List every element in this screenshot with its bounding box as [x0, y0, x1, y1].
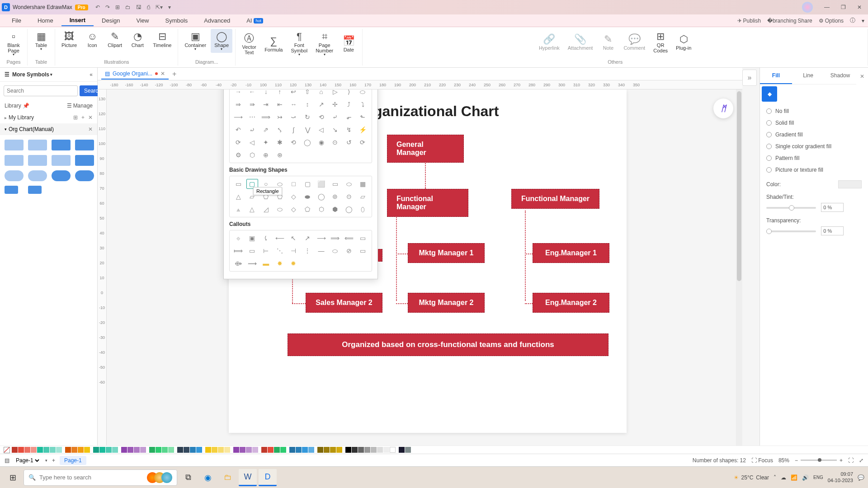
radio-single-gradient-fill[interactable]: Single color gradient fill — [766, 143, 862, 150]
color-swatch[interactable] — [177, 447, 183, 453]
shape-icon[interactable]: ▢ — [302, 179, 313, 189]
scrollbar-thumb[interactable] — [737, 91, 741, 281]
expand-right-panel-icon[interactable]: » — [742, 70, 757, 86]
menu-home[interactable]: Home — [29, 15, 61, 26]
qat-save-icon[interactable]: 🖫 — [136, 4, 142, 10]
zoom-slider[interactable] — [801, 460, 837, 461]
arrow-icon[interactable]: ↻ — [302, 112, 313, 122]
color-swatch[interactable] — [93, 447, 99, 453]
color-swatch[interactable] — [106, 447, 112, 453]
color-swatch[interactable] — [56, 447, 62, 453]
arrow-icon[interactable]: ⊙ — [329, 137, 341, 147]
callout-icon[interactable]: ⬭ — [329, 246, 341, 256]
arrow-icon[interactable]: ↶ — [232, 125, 244, 135]
arrow-icon[interactable]: ⤵ — [357, 99, 368, 109]
color-swatch[interactable] — [218, 447, 224, 453]
chart-button[interactable]: ◔Chart — [127, 29, 148, 50]
diamond-icon[interactable]: ◇ — [288, 192, 299, 202]
tray-notifications-icon[interactable]: 💬 — [858, 474, 864, 481]
shape-thumb[interactable] — [5, 170, 24, 181]
taskbar-clock[interactable]: 09:07 04-10-2023 — [828, 471, 853, 483]
callout-icon[interactable]: ⤹ — [260, 233, 272, 243]
shape-icon[interactable]: ◿ — [260, 204, 272, 214]
tab-fill[interactable]: Fill — [760, 68, 792, 84]
arrow-icon[interactable]: ⤶ — [329, 112, 341, 122]
arrow-icon[interactable]: ⟲ — [288, 137, 299, 147]
arrow-icon[interactable]: ⬭ — [357, 89, 368, 97]
callout-icon[interactable]: ⟿ — [246, 258, 258, 268]
vector-text-button[interactable]: ⒶVector Text — [238, 29, 260, 58]
color-swatch[interactable] — [364, 447, 370, 453]
color-swatch[interactable] — [330, 447, 336, 453]
arrow-icon[interactable]: ⚡ — [357, 125, 368, 135]
date-button[interactable]: 📅Date — [338, 29, 359, 58]
maximize-icon[interactable]: ❐ — [836, 2, 850, 12]
document-tab[interactable]: ▤ Google Organi... ✕ — [101, 69, 169, 80]
pages-icon[interactable]: ▤ — [5, 457, 9, 464]
color-swatch[interactable] — [268, 447, 274, 453]
color-swatch[interactable] — [345, 447, 351, 453]
arrow-icon[interactable]: ⬑ — [357, 112, 368, 122]
arrow-icon[interactable]: ⇗ — [260, 125, 272, 135]
arrow-icon[interactable]: ↕ — [302, 99, 313, 109]
shape-icon[interactable]: ⬭ — [343, 179, 355, 189]
arrow-icon[interactable]: ⤻ — [288, 112, 299, 122]
manage-link[interactable]: ☰ Manage — [67, 103, 93, 109]
attachment-button[interactable]: 📎Attachment — [564, 29, 597, 55]
arrow-icon[interactable]: ✢ — [329, 99, 341, 109]
radio-gradient-fill[interactable]: Gradient fill — [766, 131, 862, 138]
arrow-icon[interactable]: ⬡ — [246, 150, 258, 160]
callout-icon[interactable]: ⋱ — [274, 246, 286, 256]
arrow-icon[interactable]: ▷ — [329, 89, 341, 97]
color-swatch[interactable] — [50, 447, 56, 453]
shade-slider[interactable] — [766, 207, 816, 209]
shape-thumb[interactable] — [28, 140, 47, 150]
shape-icon[interactable]: ⊚ — [329, 192, 341, 202]
triangle-icon[interactable]: △ — [232, 192, 244, 202]
callout-icon[interactable]: ▣ — [246, 233, 258, 243]
arrow-icon[interactable]: ◁ — [316, 125, 327, 135]
menu-insert[interactable]: Insert — [61, 15, 94, 26]
zoom-out-button[interactable]: − — [795, 457, 798, 464]
shape-icon[interactable]: ⬬ — [302, 192, 313, 202]
callout-icon[interactable]: ▭ — [357, 233, 368, 243]
add-icon[interactable]: + — [81, 114, 85, 121]
avatar[interactable] — [802, 2, 813, 13]
rectangle-icon[interactable]: ▭ — [232, 179, 244, 189]
shape-icon[interactable]: ⬯ — [357, 204, 368, 214]
color-swatch[interactable] — [162, 447, 168, 453]
color-swatch[interactable] — [99, 447, 105, 453]
transparency-slider[interactable] — [766, 230, 816, 232]
color-swatch[interactable] — [280, 447, 286, 453]
arrow-icon[interactable]: ✦ — [260, 137, 272, 147]
menu-symbols[interactable]: Symbols — [157, 15, 196, 26]
arrow-icon[interactable]: ↣ — [274, 112, 286, 122]
color-swatch[interactable] — [205, 447, 211, 453]
shape-thumb[interactable] — [5, 186, 18, 194]
add-lib-icon[interactable]: ⊞ — [73, 114, 78, 121]
options-button[interactable]: ⚙ Options — [819, 18, 844, 24]
tray-lang-icon[interactable]: ENG — [813, 475, 823, 480]
arrow-icon[interactable]: ⟹ — [260, 112, 272, 122]
color-swatch[interactable] — [377, 447, 383, 453]
color-swatch[interactable] — [140, 447, 146, 453]
page-dropdown-icon[interactable]: ▾ — [45, 458, 47, 463]
square-icon[interactable]: □ — [288, 179, 299, 189]
arrow-icon[interactable]: ↯ — [343, 125, 355, 135]
close-icon[interactable]: ✕ — [853, 2, 866, 12]
word-icon[interactable]: W — [239, 469, 257, 486]
callout-icon[interactable]: ⟐ — [232, 233, 244, 243]
shape-thumb[interactable] — [75, 155, 94, 166]
menu-view[interactable]: View — [128, 15, 157, 26]
arrow-icon[interactable]: ⟶ — [232, 112, 244, 122]
shape-icon[interactable]: ⬢ — [329, 204, 341, 214]
edge-icon[interactable]: ◉ — [199, 469, 217, 486]
shape-icon[interactable]: ◯ — [316, 192, 327, 202]
color-swatch[interactable] — [149, 447, 155, 453]
menu-ai[interactable]: AI hot — [238, 15, 271, 26]
fill-tool-icon[interactable]: ◆ — [762, 86, 777, 102]
note-button[interactable]: ✎Note — [597, 29, 619, 55]
org-box-functional-manager[interactable]: Functional Manager — [511, 189, 599, 209]
shape-icon[interactable]: ⬭ — [274, 204, 286, 214]
collapse-ribbon-icon[interactable]: ▾ — [862, 18, 864, 24]
